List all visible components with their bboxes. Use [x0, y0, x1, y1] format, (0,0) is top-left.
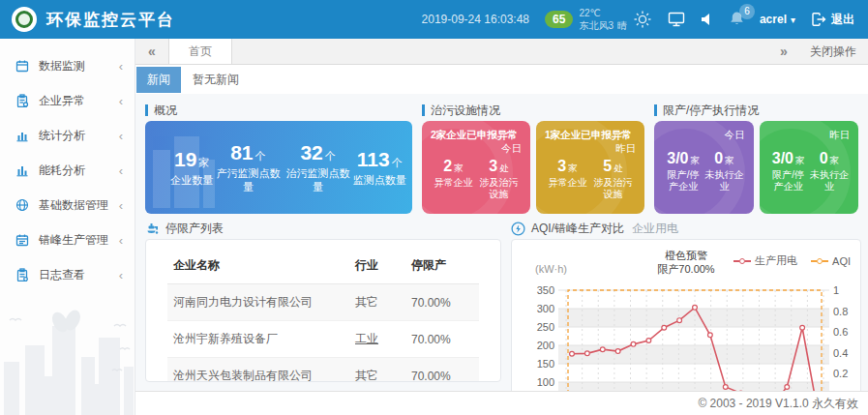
monitor-icon[interactable] — [668, 11, 685, 28]
calendar-icon — [15, 233, 30, 247]
svg-text:0.6: 0.6 — [833, 326, 848, 338]
tabs-scroll-right-button[interactable]: » — [767, 44, 800, 59]
stat-enterprise-count: 19家 企业数量 — [170, 148, 213, 187]
col-industry: 行业 — [349, 248, 405, 284]
tab-home[interactable]: 首页 — [168, 39, 232, 64]
stat-involved-facilities: 3处 涉及治污设施 — [476, 158, 522, 200]
sidebar-item-data-monitoring[interactable]: 数据监测 ‹ — [0, 48, 135, 83]
stat-abnormal-enterprises: 3家 异常企业 — [545, 158, 590, 200]
stat-monitor-points: 113个 监测点数量 — [353, 148, 406, 187]
overview-card: 19家 企业数量 81个 产污监测点数量 32个 治污监测点数量 113个 监测… — [145, 121, 412, 214]
svg-text:350: 350 — [537, 284, 554, 296]
dashboard-content: 概况 19家 企业数量 81个 产污监测点数量 32个 — [135, 94, 868, 415]
sidebar-item-label: 企业异常 — [39, 93, 119, 109]
logout-label: 退出 — [831, 12, 854, 28]
stat-noncompliant-enterprises: 0家 未执行企业 — [809, 150, 850, 193]
table-header-row: 企业名称 行业 停限产 — [167, 248, 479, 284]
aqi-chart-panel: (kW·h) 橙色预警 限产70.00% 生产用电 — [511, 239, 861, 415]
svg-text:0.2: 0.2 — [833, 368, 848, 379]
app-header: 环保监控云平台 2019-09-24 16:03:48 65 22℃ 东北风3 … — [0, 0, 868, 39]
notification-count-badge: 6 — [739, 4, 755, 19]
sun-icon — [633, 10, 652, 29]
stat-abnormal-enterprises: 2家 异常企业 — [431, 158, 476, 200]
bar-chart-icon — [15, 129, 30, 142]
legend-item-production-power[interactable]: 生产用电 — [733, 253, 797, 268]
chevron-left-icon: ‹ — [119, 59, 123, 74]
sidebar-item-label: 日志查看 — [39, 267, 119, 283]
news-content: 暂无新闻 — [193, 72, 239, 88]
logout-button[interactable]: 退出 — [811, 12, 854, 28]
notifications-bell[interactable]: 6 — [730, 11, 744, 29]
restriction-yesterday-card: 昨日 3/0家 限产/停产企业 0家 未执行企业 — [760, 121, 859, 214]
sidebar-item-log-view[interactable]: 日志查看 ‹ — [0, 257, 135, 292]
stat-pollution-points: 81个 产污监测点数量 — [213, 141, 283, 194]
close-operations-button[interactable]: 关闭操作 — [810, 44, 856, 60]
section-bar-icon — [654, 104, 657, 116]
sidebar-item-peak-production[interactable]: 错峰生产管理 ‹ — [0, 222, 135, 257]
aqi-badge: 65 — [545, 11, 573, 28]
legend-item-aqi[interactable]: AQI — [811, 255, 851, 267]
aqi-chart-section: AQI/错峰生产对比 企业用电 (kW·h) 橙色预警 限产70.00% — [511, 218, 861, 415]
svg-text:0.8: 0.8 — [833, 306, 848, 317]
chart-legend: 生产用电 AQI — [733, 253, 851, 268]
logo-emblem-icon — [15, 11, 33, 28]
sidebar-item-enterprise-anomaly[interactable]: 企业异常 ‹ — [0, 83, 135, 118]
legend-marker-icon — [811, 258, 828, 264]
news-label: 新闻 — [136, 67, 181, 93]
sidebar-item-energy-analysis[interactable]: 能耗分析 ‹ — [0, 153, 135, 188]
chevron-left-icon: ‹ — [119, 268, 123, 282]
weather-widget: 65 22℃ 东北风3 晴 — [545, 7, 652, 32]
restriction-section-title: 限产/停产执行情况 — [654, 100, 858, 121]
legend-marker-icon — [733, 258, 751, 264]
chart-subtitle: 企业用电 — [632, 221, 678, 237]
limit-list-title: 停限产列表 — [145, 218, 501, 239]
section-bar-icon — [422, 104, 425, 116]
app-logo — [12, 7, 37, 32]
wind-text: 东北风3 — [579, 19, 614, 32]
speaker-icon[interactable] — [701, 13, 714, 26]
restriction-section: 限产/停产执行情况 今日 3/0家 限产/停产企业 0家 未执行企业 — [654, 100, 858, 214]
chevron-left-icon: ‹ — [119, 233, 123, 248]
sidebar-item-label: 错峰生产管理 — [39, 232, 119, 249]
city-skyline-watermark — [0, 309, 135, 415]
bar-chart-icon — [15, 163, 30, 177]
datetime-text: 2019-09-24 16:03:48 — [422, 13, 529, 26]
sidebar-item-statistics[interactable]: 统计分析 ‹ — [0, 118, 135, 153]
industry-link[interactable]: 工业 — [349, 321, 405, 358]
globe-icon — [15, 198, 30, 212]
stat-restricted-enterprises: 3/0家 限产/停产企业 — [768, 150, 809, 193]
logout-icon — [811, 12, 826, 27]
treatment-yesterday-card: 1家企业已申报异常 昨日 3家 异常企业 5处 涉及治污设施 — [536, 121, 644, 214]
limit-list-section: 停限产列表 企业名称 行业 停限产 河南同力电 — [145, 218, 501, 382]
tab-bar: « 首页 » 关闭操作 — [135, 39, 868, 65]
limit-list-table: 企业名称 行业 停限产 河南同力电力设计有限公司 其它 70.00% — [167, 248, 479, 382]
sidebar-item-base-data[interactable]: 基础数据管理 ‹ — [0, 188, 135, 222]
svg-text:200: 200 — [537, 340, 554, 351]
power-icon — [511, 222, 525, 236]
treatment-section: 治污设施情况 2家企业已申报异常 今日 2家 异常企业 3处 — [422, 100, 644, 214]
username-text: acrel — [760, 13, 787, 26]
clipboard-icon — [15, 94, 30, 107]
chevron-left-icon: ‹ — [119, 163, 123, 178]
app-title: 环保监控云平台 — [46, 9, 175, 31]
page-footer: © 2003 - 2019 V1.1.0 永久有效 — [135, 391, 868, 415]
copyright-text: © 2003 - 2019 V1.1.0 永久有效 — [698, 396, 858, 412]
table-row: 沧州宇新养殖设备厂 工业 70.00% — [167, 321, 479, 358]
restriction-today-card: 今日 3/0家 限产/停产企业 0家 未执行企业 — [654, 121, 754, 214]
faucet-icon — [145, 222, 160, 236]
sidebar: 数据监测 ‹ 企业异常 ‹ 统计分析 ‹ — [0, 39, 135, 415]
sidebar-item-label: 能耗分析 — [39, 163, 119, 179]
svg-text:150: 150 — [537, 358, 554, 370]
aqi-chart-title: AQI/错峰生产对比 企业用电 — [511, 218, 861, 239]
svg-text:250: 250 — [537, 321, 554, 333]
col-limit-ratio: 停限产 — [405, 248, 479, 284]
section-bar-icon — [145, 104, 148, 116]
temperature-text: 22℃ — [579, 7, 627, 19]
table-row: 沧州天兴包装制品有限公司 其它 70.00% — [167, 358, 479, 383]
user-menu[interactable]: acrel ▾ — [760, 13, 795, 26]
chevron-left-icon: ‹ — [119, 94, 123, 108]
chevron-left-icon: ‹ — [119, 198, 123, 213]
clipboard-icon — [15, 268, 30, 282]
tabs-scroll-left-button[interactable]: « — [135, 39, 168, 64]
weather-text: 晴 — [617, 19, 627, 32]
